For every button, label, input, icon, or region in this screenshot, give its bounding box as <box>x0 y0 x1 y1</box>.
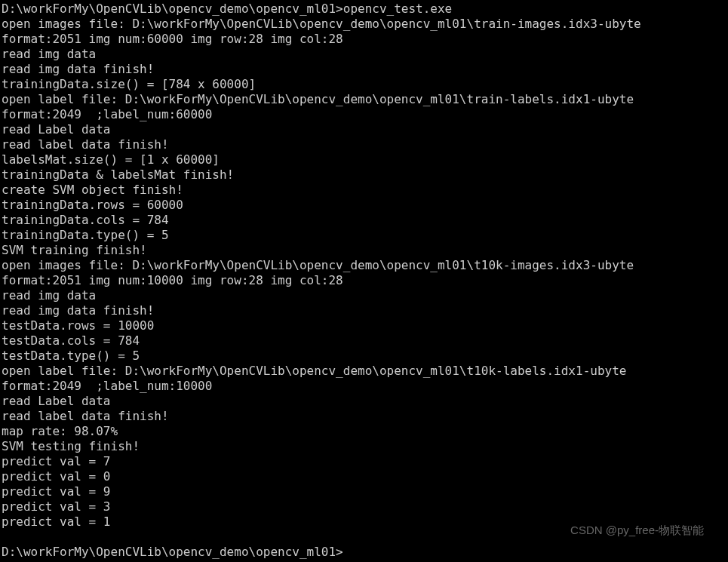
watermark-text: CSDN @py_free-物联智能 <box>570 523 704 538</box>
output-line: read img data finish! <box>2 303 728 318</box>
output-line: read img data finish! <box>2 62 728 77</box>
output-line: predict val = 0 <box>2 469 728 484</box>
output-line: read Label data <box>2 394 728 409</box>
command-prompt-ready[interactable]: D:\workForMy\OpenCVLib\opencv_demo\openc… <box>2 545 728 560</box>
output-line: map rate: 98.07% <box>2 424 728 439</box>
output-line: trainingData.type() = 5 <box>2 228 728 243</box>
output-line: predict val = 3 <box>2 499 728 514</box>
output-line: read img data <box>2 47 728 62</box>
output-line: read label data finish! <box>2 409 728 424</box>
output-line: trainingData.rows = 60000 <box>2 198 728 213</box>
output-line: format:2051 img num:60000 img row:28 img… <box>2 32 728 47</box>
output-line: testData.rows = 10000 <box>2 318 728 333</box>
output-line: format:2051 img num:10000 img row:28 img… <box>2 273 728 288</box>
output-line: read Label data <box>2 122 728 137</box>
output-line: open label file: D:\workForMy\OpenCVLib\… <box>2 92 728 107</box>
output-line: format:2049 ;label_num:60000 <box>2 107 728 122</box>
output-line: read img data <box>2 288 728 303</box>
output-line: trainingData.cols = 784 <box>2 213 728 228</box>
command-prompt-line: D:\workForMy\OpenCVLib\opencv_demo\openc… <box>2 2 728 17</box>
output-line: predict val = 7 <box>2 454 728 469</box>
output-line: predict val = 9 <box>2 484 728 499</box>
output-line: trainingData.size() = [784 x 60000] <box>2 77 728 92</box>
output-line: open images file: D:\workForMy\OpenCVLib… <box>2 258 728 273</box>
output-line: testData.type() = 5 <box>2 349 728 364</box>
output-line: create SVM object finish! <box>2 183 728 198</box>
output-line: SVM testing finish! <box>2 439 728 454</box>
output-line: open images file: D:\workForMy\OpenCVLib… <box>2 17 728 32</box>
output-line: read label data finish! <box>2 137 728 152</box>
terminal-output[interactable]: D:\workForMy\OpenCVLib\opencv_demo\openc… <box>2 2 728 560</box>
output-line: SVM training finish! <box>2 243 728 258</box>
output-line: labelsMat.size() = [1 x 60000] <box>2 152 728 167</box>
output-line: testData.cols = 784 <box>2 333 728 349</box>
output-line: trainingData & labelsMat finish! <box>2 167 728 183</box>
output-line: format:2049 ;label_num:10000 <box>2 379 728 394</box>
output-line: open label file: D:\workForMy\OpenCVLib\… <box>2 364 728 379</box>
